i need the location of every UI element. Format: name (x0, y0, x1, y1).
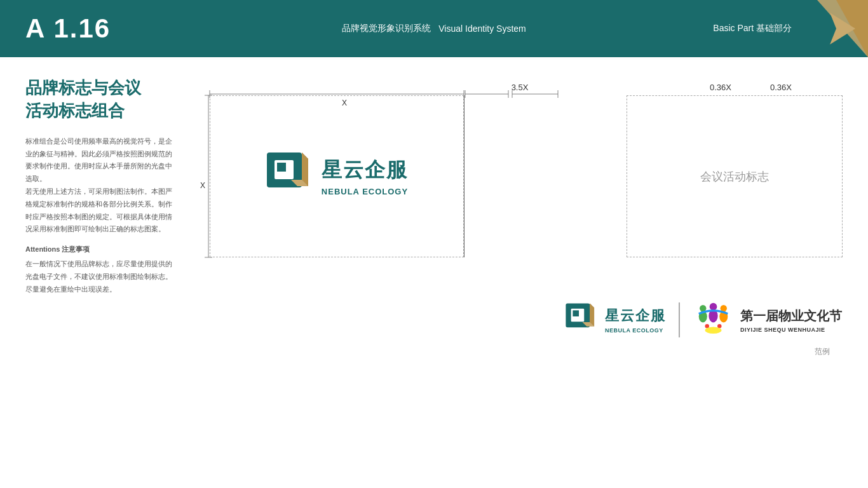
attention-title: Attentions 注意事项 (25, 245, 178, 254)
example-logo-combo: 星云企服 NEBULA ECOLOGY (564, 299, 843, 341)
example-brand: 星云企服 NEBULA ECOLOGY (565, 302, 680, 337)
measure-036x-2: 0.36X (770, 83, 792, 92)
attention-text: 在一般情况下使用品牌标志，应尽量使用提供的光盘电子文件，不建议使用标准制图绘制标… (25, 258, 178, 295)
event-icon (693, 299, 734, 341)
header: A 1.16 品牌视觉形象识别系统 Visual Identity System… (0, 0, 868, 57)
svg-point-35 (705, 327, 722, 334)
diagram-section: 3.5X 0.36X 0.36X X X (197, 76, 843, 280)
subtitle-chinese: 品牌视觉形象识别系统 (342, 23, 431, 34)
main-content: 品牌标志与会议 活动标志组合 标准组合是公司使用频率最高的视觉符号，是企业的象征… (0, 57, 868, 488)
svg-rect-23 (573, 310, 579, 316)
event-chinese: 第一届物业文化节 (740, 308, 842, 325)
event-english: DIYIJIE SHEQU WENHUAJIE (740, 327, 842, 333)
logo-chinese: 星云企服 (322, 156, 408, 184)
example-brand-english: NEBULA ECOLOGY (605, 327, 666, 334)
conference-box: 会议活动标志 (627, 95, 843, 257)
logo-mark (266, 151, 316, 202)
v-separator (464, 95, 465, 257)
measure-3x: 3.5X (512, 83, 529, 92)
logo-english: NEBULA ECOLOGY (322, 187, 408, 196)
section-title: 品牌标志与会议 活动标志组合 (25, 76, 178, 123)
measure-036x-1: 0.36X (710, 83, 731, 92)
svg-rect-17 (277, 163, 286, 172)
corner-decoration (798, 0, 868, 57)
left-panel: 品牌标志与会议 活动标志组合 标准组合是公司使用频率最高的视觉符号，是企业的象征… (25, 76, 178, 475)
conference-label: 会议活动标志 (700, 169, 769, 184)
example-brand-mark (565, 302, 600, 337)
right-panel: 3.5X 0.36X 0.36X X X (197, 76, 843, 475)
logo-text-group: 星云企服 NEBULA ECOLOGY (322, 156, 408, 196)
subtitle-english: Visual Identity System (438, 24, 526, 34)
page-number: A 1.16 (25, 13, 111, 44)
example-brand-text: 星云企服 NEBULA ECOLOGY (605, 306, 666, 334)
event-text: 第一届物业文化节 DIYIJIE SHEQU WENHUAJIE (740, 308, 842, 333)
measure-x-left: X (200, 181, 205, 190)
example-label: 范例 (815, 346, 830, 357)
example-brand-chinese: 星云企服 (605, 306, 666, 325)
description-text: 标准组合是公司使用频率最高的视觉符号，是企业的象征与精神。因此必须严格按照图例规… (25, 135, 178, 236)
logo-inner: 星云企服 NEBULA ECOLOGY (266, 151, 408, 202)
example-section: 星云企服 NEBULA ECOLOGY (197, 299, 843, 357)
section-label: Basic Part 基础部分 (713, 23, 792, 34)
example-event: 第一届物业文化节 DIYIJIE SHEQU WENHUAJIE (680, 299, 842, 341)
main-logo-box: 星云企服 NEBULA ECOLOGY (210, 95, 464, 257)
header-subtitle: 品牌视觉形象识别系统 Visual Identity System (342, 23, 526, 34)
